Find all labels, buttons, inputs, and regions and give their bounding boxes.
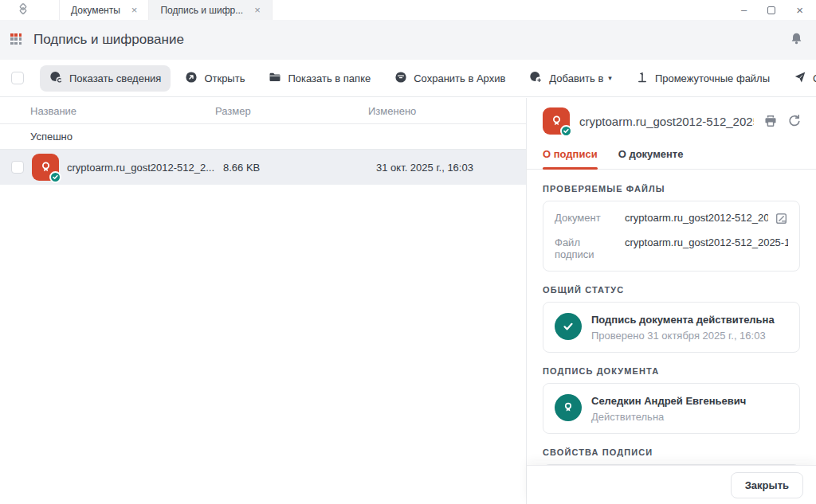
panel-tabs: О подписи О документе [527,135,816,170]
folder-icon [269,71,281,86]
open-label: Открыть [204,72,245,84]
signer-certificate-icon [555,394,582,421]
tab-about-signature[interactable]: О подписи [543,148,598,169]
signer-text: Селедкин Андрей Евгеньевич Действительна [591,394,746,423]
tab-strip: Документы × Подпись и шифр... × [59,0,273,20]
check-badge-icon [560,125,572,137]
group-row-success[interactable]: Успешно [0,124,526,150]
minimize-button[interactable]: – [741,4,747,16]
chevron-down-icon[interactable]: ▾ [608,74,612,82]
panel-title: cryptoarm.ru_gost2012-512_2025... [579,115,754,128]
tab-close-icon[interactable]: × [254,5,261,15]
tab-about-document[interactable]: О документе [618,148,684,169]
column-size[interactable]: Размер [215,105,368,117]
table-header: Название Размер Изменено [0,98,526,124]
select-all-checkbox[interactable] [11,72,24,84]
add-to-icon [529,71,543,86]
signature-card[interactable]: Селедкин Андрей Евгеньевич Действительна [543,383,800,434]
row-modified: 31 окт. 2025 г., 16:03 [376,162,526,174]
page-title: Подпись и шифрование [33,32,184,48]
open-button[interactable]: Открыть [175,65,254,92]
file-list: Название Размер Изменено Успешно cryptoa… [0,98,526,504]
row-size: 8.66 KB [223,162,368,174]
show-details-button[interactable]: Показать сведения [40,65,171,92]
status-subtitle: Проверено 31 октября 2025 г., 16:03 [591,330,775,342]
signed-file-icon [32,154,59,181]
archive-icon [394,71,407,86]
status-card: Подпись документа действительна Проверен… [543,302,800,353]
column-modified[interactable]: Изменено [368,105,526,117]
save-to-archive-label: Сохранить в Архив [414,72,505,84]
print-icon[interactable] [763,114,778,128]
check-circle-icon [555,313,582,340]
section-heading-status: ОБЩИЙ СТАТУС [543,285,800,295]
panel-header: cryptoarm.ru_gost2012-512_2025... [527,98,816,135]
signature-details-icon [49,71,63,86]
document-value: cryptoarm.ru_gost2012-512_2025-10-... [625,212,768,224]
window-controls: – × [741,0,816,20]
app-window: Документы × Подпись и шифр... × – × Подп… [0,0,816,504]
document-label: Документ [555,212,618,224]
signature-file-value: cryptoarm.ru_gost2012-512_2025-10-31 15.… [625,236,788,248]
apps-grid-icon[interactable] [10,33,23,46]
panel-footer: Закрыть [527,466,816,504]
check-badge-icon [49,171,61,183]
add-to-button[interactable]: Добавить в ▾ [520,65,622,92]
maximize-button[interactable] [767,6,775,14]
section-heading-files: ПРОВЕРЯЕМЫЕ ФАЙЛЫ [543,184,800,193]
add-to-label: Добавить в [549,72,603,84]
refresh-icon[interactable] [787,114,802,128]
signature-file-label: Файл подписи [555,236,618,260]
toolbar: Показать сведения Открыть Показать в пап… [0,60,816,97]
column-name[interactable]: Название [30,105,215,117]
signed-file-icon [543,107,570,135]
send-icon [794,71,806,86]
section-heading-signature: ПОДПИСЬ ДОКУМЕНТА [543,366,800,376]
close-window-button[interactable]: × [796,3,803,17]
table-row[interactable]: cryptoarm.ru_gost2012-512_2... 8.66 KB 3… [0,150,526,185]
document-row: Документ cryptoarm.ru_gost2012-512_2025-… [555,212,788,225]
send-label: Отправить [813,72,816,84]
signature-file-row: Файл подписи cryptoarm.ru_gost2012-512_2… [555,236,788,260]
logo-icon [16,2,30,19]
tab-close-icon[interactable]: × [131,5,138,15]
panel-body: ПРОВЕРЯЕМЫЕ ФАЙЛЫ Документ cryptoarm.ru_… [527,169,816,466]
open-external-icon [185,71,198,86]
tab-documents[interactable]: Документы × [59,0,149,20]
files-card: Документ cryptoarm.ru_gost2012-512_2025-… [543,201,800,272]
tab-label: Документы [71,5,120,16]
intermediate-files-button[interactable]: Промежуточные файлы [626,65,779,92]
notifications-button[interactable] [790,32,803,49]
app-logo-button[interactable] [0,0,46,20]
tab-label: Подпись и шифр... [160,5,243,16]
intermediate-files-label: Промежуточные файлы [655,72,770,84]
show-details-label: Показать сведения [69,72,161,84]
titlebar: Документы × Подпись и шифр... × – × [0,0,816,20]
intermediate-files-icon [636,71,649,86]
section-heading-properties: СВОЙСТВА ПОДПИСИ [543,447,800,457]
tab-sign-encrypt[interactable]: Подпись и шифр... × [149,0,272,20]
group-label: Успешно [30,131,73,143]
details-panel: cryptoarm.ru_gost2012-512_2025... О подп… [526,98,816,504]
bell-icon [790,32,803,49]
show-in-folder-button[interactable]: Показать в папке [259,65,380,92]
edit-note-icon[interactable] [775,212,788,225]
row-name: cryptoarm.ru_gost2012-512_2... [67,162,215,174]
close-panel-button[interactable]: Закрыть [731,472,803,498]
send-button[interactable]: Отправить [784,65,816,92]
save-to-archive-button[interactable]: Сохранить в Архив [385,65,515,92]
signature-state: Действительна [591,411,746,423]
status-title: Подпись документа действительна [591,313,775,326]
app-header: Подпись и шифрование [0,20,816,60]
signer-name: Селедкин Андрей Евгеньевич [591,394,746,407]
status-text: Подпись документа действительна Проверен… [591,313,775,342]
show-in-folder-label: Показать в папке [288,72,371,84]
row-checkbox[interactable] [11,161,24,174]
